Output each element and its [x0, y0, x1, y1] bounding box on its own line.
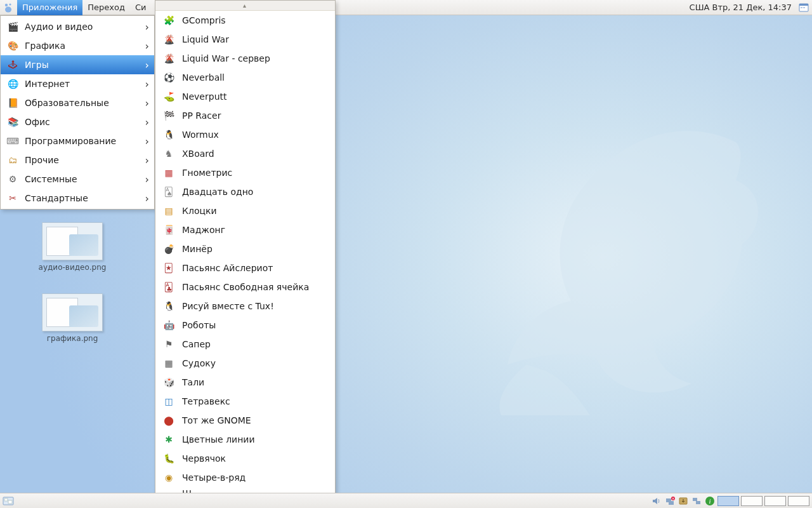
game-item-24[interactable]: ◉Четыре-в-ряд: [155, 468, 335, 487]
gnome-foot-icon[interactable]: [1, 1, 15, 15]
workspace-1[interactable]: [717, 496, 739, 506]
game-item-6[interactable]: 🐧Wormux: [155, 125, 335, 144]
game-item-4[interactable]: ⛳Neverputt: [155, 87, 335, 106]
svg-rect-9: [8, 500, 12, 504]
chevron-right-icon: ›: [145, 59, 149, 71]
desktop-icon-label: графика.png: [34, 334, 110, 343]
menubar-item-0[interactable]: Приложения: [17, 0, 82, 15]
game-icon: 💣: [162, 242, 176, 256]
chevron-right-icon: ›: [145, 116, 149, 128]
game-icon: 🀄: [162, 223, 176, 237]
category-item-5[interactable]: 📚Офис›: [1, 112, 154, 131]
game-item-2[interactable]: 🌋Liquid War - сервер: [155, 49, 335, 68]
game-item-14[interactable]: 🃑Пасьянс Свободная ячейка: [155, 277, 335, 297]
chevron-right-icon: ›: [145, 173, 149, 185]
game-label: Червячок: [182, 453, 226, 464]
game-item-23[interactable]: 🐛Червячок: [155, 449, 335, 468]
network-error-icon[interactable]: ✕: [664, 495, 676, 507]
game-icon: ⬤: [162, 413, 176, 427]
game-item-17[interactable]: ⚑Сапер: [155, 335, 335, 354]
game-label: Liquid War: [182, 34, 229, 44]
game-item-11[interactable]: 🀄Маджонг: [155, 220, 335, 239]
workspace-3[interactable]: [764, 496, 786, 506]
category-icon: ⚙: [6, 172, 20, 186]
wallpaper-dolphin: [463, 98, 768, 415]
category-label: Интернет: [25, 79, 70, 89]
category-item-4[interactable]: 📙Образовательные›: [1, 93, 154, 112]
info-icon[interactable]: i: [704, 495, 716, 507]
game-item-1[interactable]: 🌋Liquid War: [155, 30, 335, 49]
game-label: Пасьянс Айслериот: [182, 263, 273, 273]
game-label: Двадцать одно: [182, 187, 253, 197]
game-label: XBoard: [182, 149, 214, 159]
volume-icon[interactable]: [651, 495, 662, 507]
chevron-right-icon: ›: [145, 78, 149, 90]
game-label: PP Racer: [182, 110, 221, 121]
desktop-icon-0[interactable]: аудио-видео.png: [34, 222, 110, 272]
submenu-scroll-up[interactable]: ▴: [155, 1, 335, 11]
menubar-item-1[interactable]: Переход: [82, 0, 130, 15]
game-item-15[interactable]: 🐧Рисуй вместе с Tux!: [155, 297, 335, 316]
show-desktop-button[interactable]: [1, 494, 15, 508]
game-item-19[interactable]: 🎲Тали: [155, 373, 335, 392]
game-item-12[interactable]: 💣Минёр: [155, 239, 335, 258]
svg-point-0: [5, 3, 8, 6]
category-item-8[interactable]: ⚙Системные›: [1, 170, 154, 189]
game-label: Судоку: [182, 358, 216, 368]
game-item-13[interactable]: 🃏Пасьянс Айслериот: [155, 258, 335, 277]
clock-text[interactable]: США Втр, 21 Дек, 14:37: [686, 3, 796, 12]
game-icon: ⚑: [162, 337, 176, 351]
chevron-right-icon: ›: [145, 192, 149, 204]
game-icon: ♞: [162, 147, 176, 161]
chevron-right-icon: ›: [145, 40, 149, 52]
game-label: Гнометрис: [182, 168, 232, 178]
game-item-3[interactable]: ⚽Neverball: [155, 68, 335, 87]
category-icon: ⌨: [6, 134, 20, 148]
game-item-16[interactable]: 🤖Роботы: [155, 316, 335, 335]
game-label: Neverball: [182, 72, 225, 83]
menubar-item-2[interactable]: Си: [130, 0, 152, 15]
game-item-20[interactable]: ◫Тетравекс: [155, 392, 335, 411]
game-icon: ◉: [162, 471, 176, 485]
category-item-1[interactable]: 🎨Графика›: [1, 36, 154, 55]
game-icon: ◫: [162, 394, 176, 408]
game-label: Neverputt: [182, 91, 226, 102]
svg-rect-8: [4, 498, 8, 501]
category-item-0[interactable]: 🎬Аудио и видео›: [1, 17, 154, 36]
category-label: Системные: [25, 174, 77, 184]
game-icon: 🏁: [162, 109, 176, 123]
game-item-22[interactable]: ✱Цветные линии: [155, 430, 335, 449]
category-icon: 🕹: [6, 58, 20, 72]
desktop-icon-1[interactable]: графика.png: [34, 293, 110, 343]
game-icon: ▤: [162, 204, 176, 218]
game-item-9[interactable]: 🂡Двадцать одно: [155, 182, 335, 201]
game-item-21[interactable]: ⬤Тот же GNOME: [155, 411, 335, 430]
thumbnail-icon: [42, 293, 103, 331]
game-label: Wormux: [182, 130, 219, 140]
category-label: Прочие: [25, 155, 59, 165]
game-item-0[interactable]: 🧩GCompris: [155, 11, 335, 30]
desktop-icon-label: аудио-видео.png: [34, 263, 110, 272]
svg-rect-6: [803, 7, 805, 8]
chevron-right-icon: ›: [145, 21, 149, 33]
game-item-5[interactable]: 🏁PP Racer: [155, 106, 335, 125]
workspace-4[interactable]: [788, 496, 809, 506]
workspace-2[interactable]: [741, 496, 763, 506]
game-icon: ⚽: [162, 70, 176, 84]
category-item-9[interactable]: ✂Стандартные›: [1, 189, 154, 208]
game-item-10[interactable]: ▤Клоцки: [155, 201, 335, 220]
game-item-8[interactable]: ▦Гнометрис: [155, 163, 335, 182]
game-icon: ▦: [162, 356, 176, 370]
update-icon[interactable]: [678, 495, 689, 507]
game-item-18[interactable]: ▦Судоку: [155, 354, 335, 373]
thumbnail-icon: [42, 222, 103, 260]
calendar-icon[interactable]: [798, 2, 809, 13]
category-item-2[interactable]: 🕹Игры›: [1, 55, 154, 74]
category-item-3[interactable]: 🌐Интернет›: [1, 74, 154, 93]
game-item-7[interactable]: ♞XBoard: [155, 144, 335, 163]
game-icon: 🌋: [162, 32, 176, 46]
category-label: Программирование: [25, 136, 116, 146]
category-item-6[interactable]: ⌨Программирование›: [1, 131, 154, 150]
network-icon[interactable]: [691, 495, 702, 507]
category-item-7[interactable]: 🗂Прочие›: [1, 150, 154, 170]
